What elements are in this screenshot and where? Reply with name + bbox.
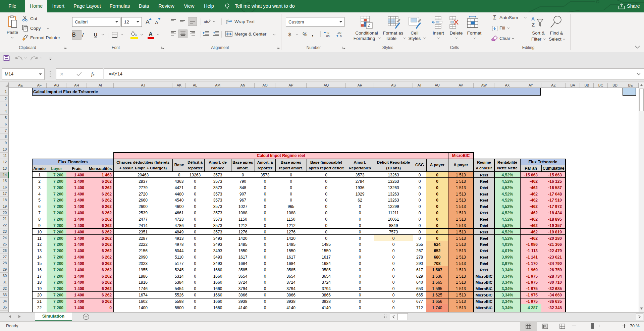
- svg-text:A: A: [531, 16, 535, 21]
- svg-text:ab: ab: [204, 20, 208, 24]
- svg-text:Z: Z: [532, 22, 535, 27]
- svg-text:.0: .0: [339, 35, 342, 38]
- svg-text:≠: ≠: [368, 23, 370, 28]
- svg-text:.0: .0: [327, 31, 329, 35]
- svg-text:.00: .00: [337, 31, 341, 35]
- svg-text:.00: .00: [325, 35, 330, 38]
